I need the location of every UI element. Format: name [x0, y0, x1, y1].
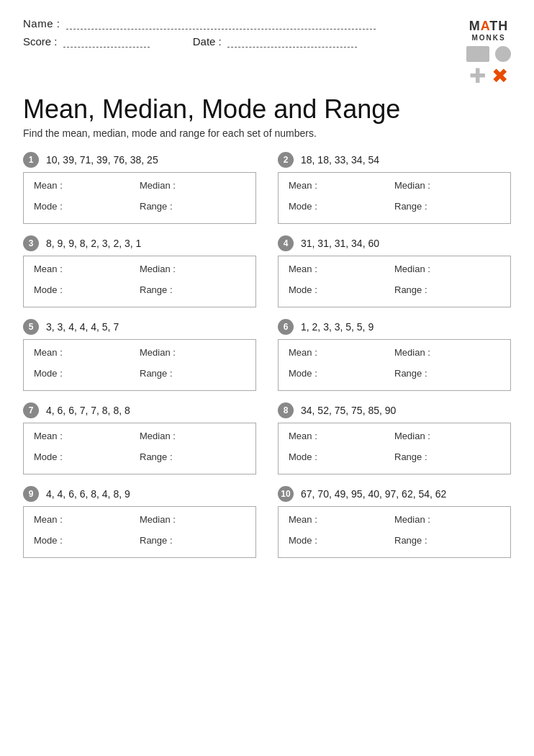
page-title: Mean, Median, Mode and Range: [23, 94, 400, 125]
problem-8-number: 8: [278, 402, 294, 418]
problem-10-header: 10 67, 70, 49, 95, 40, 97, 62, 54, 62: [278, 486, 511, 502]
mode-label-4: Mode :: [289, 284, 394, 300]
problem-4-header: 4 31, 31, 31, 34, 60: [278, 235, 511, 251]
name-label: Name :: [23, 17, 60, 30]
median-label-1: Median :: [140, 180, 245, 195]
problem-3: 3 8, 9, 9, 8, 2, 3, 2, 3, 1 Mean : Media…: [23, 235, 256, 307]
plus-icon: ✚: [469, 66, 486, 86]
mean-label-1: Mean :: [34, 180, 140, 195]
median-label-10: Median :: [394, 514, 500, 529]
problem-1-numbers: 10, 39, 71, 39, 76, 38, 25: [46, 154, 158, 166]
median-label-9: Median :: [140, 514, 245, 529]
problem-9-header: 9 4, 4, 6, 6, 8, 4, 8, 9: [23, 486, 256, 502]
problem-7-numbers: 4, 6, 6, 7, 7, 8, 8, 8: [46, 405, 130, 416]
score-date-line: Score : Date :: [23, 35, 466, 48]
problem-2-header: 2 18, 18, 33, 34, 54: [278, 152, 511, 168]
problem-8-answer-box: Mean : Median : Mode : Range :: [278, 423, 511, 474]
name-line: Name :: [23, 17, 466, 30]
problem-10-numbers: 67, 70, 49, 95, 40, 97, 62, 54, 62: [301, 488, 446, 500]
circle-icon: [495, 46, 511, 62]
problem-1-number: 1: [23, 152, 39, 168]
name-dashed: [66, 29, 376, 30]
problem-2-answer-box: Mean : Median : Mode : Range :: [278, 172, 511, 224]
median-label-2: Median :: [394, 180, 500, 195]
range-label-3: Range :: [140, 284, 245, 300]
problem-6-number: 6: [278, 319, 294, 335]
problem-5-header: 5 3, 3, 4, 4, 4, 5, 7: [23, 319, 256, 335]
problem-1: 1 10, 39, 71, 39, 76, 38, 25 Mean : Medi…: [23, 152, 256, 224]
problem-5-numbers: 3, 3, 4, 4, 4, 5, 7: [46, 321, 119, 333]
problem-4-number: 4: [278, 235, 294, 251]
problem-7-number: 7: [23, 402, 39, 418]
logo-sub: MONKS: [471, 34, 505, 42]
x-icon: ✖: [492, 66, 508, 86]
logo-text: MATH: [469, 19, 509, 34]
date-label: Date :: [193, 35, 357, 48]
problem-4-answer-box: Mean : Median : Mode : Range :: [278, 256, 511, 307]
problem-6: 6 1, 2, 3, 3, 5, 5, 9 Mean : Median : Mo…: [278, 319, 511, 391]
range-label-5: Range :: [140, 368, 245, 383]
mean-label-7: Mean :: [34, 431, 140, 446]
problem-7: 7 4, 6, 6, 7, 7, 8, 8, 8 Mean : Median :…: [23, 402, 256, 474]
mode-label-3: Mode :: [34, 284, 140, 300]
problem-9-numbers: 4, 4, 6, 6, 8, 4, 8, 9: [46, 488, 130, 500]
range-label-8: Range :: [394, 451, 500, 467]
median-label-3: Median :: [140, 264, 245, 279]
problem-3-number: 3: [23, 235, 39, 251]
median-label-5: Median :: [140, 347, 245, 362]
problem-6-answer-box: Mean : Median : Mode : Range :: [278, 339, 511, 391]
mean-label-6: Mean :: [289, 347, 394, 362]
mean-label-4: Mean :: [289, 264, 394, 279]
median-label-8: Median :: [394, 431, 500, 446]
logo-icons: [466, 46, 511, 62]
median-label-7: Median :: [140, 431, 245, 446]
mean-label-5: Mean :: [34, 347, 140, 362]
problem-1-answer-box: Mean : Median : Mode : Range :: [23, 172, 256, 224]
problem-4-numbers: 31, 31, 31, 34, 60: [301, 238, 379, 249]
title-section: Mean, Median, Mode and Range Find the me…: [23, 94, 511, 152]
range-label-4: Range :: [394, 284, 500, 300]
date-dashed: [227, 47, 357, 48]
mode-label-5: Mode :: [34, 368, 140, 383]
problem-3-header: 3 8, 9, 9, 8, 2, 3, 2, 3, 1: [23, 235, 256, 251]
median-label-6: Median :: [394, 347, 500, 362]
problem-8-header: 8 34, 52, 75, 75, 85, 90: [278, 402, 511, 418]
range-label-9: Range :: [140, 535, 245, 550]
mode-label-10: Mode :: [289, 535, 394, 550]
problem-6-numbers: 1, 2, 3, 3, 5, 5, 9: [301, 321, 374, 333]
problem-5: 5 3, 3, 4, 4, 4, 5, 7 Mean : Median : Mo…: [23, 319, 256, 391]
problem-10-answer-box: Mean : Median : Mode : Range :: [278, 506, 511, 558]
header: Name : Score : Date : MATH MONKS ✚ ✖: [23, 17, 511, 86]
header-left: Name : Score : Date :: [23, 17, 466, 48]
problem-5-number: 5: [23, 319, 39, 335]
mean-label-8: Mean :: [289, 431, 394, 446]
problem-2-numbers: 18, 18, 33, 34, 54: [301, 154, 379, 166]
logo: MATH MONKS ✚ ✖: [466, 19, 511, 86]
logo-icons2: ✚ ✖: [469, 66, 508, 86]
problem-2-number: 2: [278, 152, 294, 168]
range-label-7: Range :: [140, 451, 245, 467]
range-label-6: Range :: [394, 368, 500, 383]
problem-3-answer-box: Mean : Median : Mode : Range :: [23, 256, 256, 307]
mode-label-1: Mode :: [34, 201, 140, 216]
problem-9-answer-box: Mean : Median : Mode : Range :: [23, 506, 256, 558]
range-label-2: Range :: [394, 201, 500, 216]
problem-6-header: 6 1, 2, 3, 3, 5, 5, 9: [278, 319, 511, 335]
problem-7-header: 7 4, 6, 6, 7, 7, 8, 8, 8: [23, 402, 256, 418]
problem-2: 2 18, 18, 33, 34, 54 Mean : Median : Mod…: [278, 152, 511, 224]
score-dashed: [63, 47, 150, 48]
mode-label-9: Mode :: [34, 535, 140, 550]
title-left: Mean, Median, Mode and Range Find the me…: [23, 94, 400, 152]
range-label-1: Range :: [140, 201, 245, 216]
problem-5-answer-box: Mean : Median : Mode : Range :: [23, 339, 256, 391]
score-label: Score :: [23, 35, 150, 48]
mode-label-7: Mode :: [34, 451, 140, 467]
problem-8-numbers: 34, 52, 75, 75, 85, 90: [301, 405, 396, 416]
mean-label-2: Mean :: [289, 180, 394, 195]
range-label-10: Range :: [394, 535, 500, 550]
rect-icon: [466, 46, 489, 62]
mean-label-9: Mean :: [34, 514, 140, 529]
mean-label-3: Mean :: [34, 264, 140, 279]
problem-8: 8 34, 52, 75, 75, 85, 90 Mean : Median :…: [278, 402, 511, 474]
mode-label-6: Mode :: [289, 368, 394, 383]
